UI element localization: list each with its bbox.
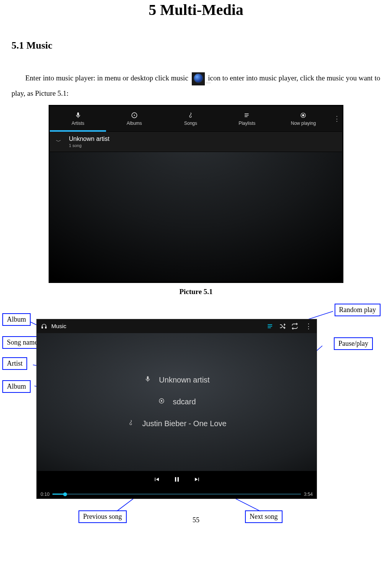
svg-point-21 xyxy=(161,401,162,402)
svg-rect-19 xyxy=(268,327,271,328)
note-icon xyxy=(127,419,135,428)
queue-button[interactable] xyxy=(266,322,274,330)
next-button[interactable] xyxy=(194,476,201,484)
song-line: Justin Bieber - One Love xyxy=(127,419,226,428)
callout-random-play: Random play xyxy=(335,304,381,316)
disc-icon xyxy=(157,397,166,406)
artist-line: Unknown artist xyxy=(144,376,209,384)
svg-rect-2 xyxy=(245,113,249,114)
total-time: 3:54 xyxy=(304,492,313,497)
mic-icon xyxy=(74,111,82,119)
tab-label: Playlists xyxy=(238,121,255,126)
overflow-menu-button[interactable]: ⋮ xyxy=(332,106,342,131)
playback-controls xyxy=(37,471,317,489)
screenshot-now-playing-annotated: Album Song name Artist Album Random play… xyxy=(11,307,381,522)
svg-rect-22 xyxy=(175,477,176,482)
intro-paragraph: Enter into music player: in menu or desk… xyxy=(11,70,381,101)
para1-prefix: Enter into music player: in menu or desk… xyxy=(25,74,190,82)
callout-album-art: Album xyxy=(2,313,31,326)
headphones-icon xyxy=(41,323,47,330)
tab-label: Songs xyxy=(184,121,197,126)
svg-rect-3 xyxy=(245,115,249,116)
section-title: 5.1 Music xyxy=(11,40,381,51)
tab-label: Artists xyxy=(72,121,84,126)
speaker-icon xyxy=(299,111,307,119)
svg-rect-17 xyxy=(268,324,272,325)
music-app-icon xyxy=(192,72,205,85)
screenshot-music-library: Artists Albums Songs Playlists xyxy=(49,105,343,283)
repeat-button[interactable] xyxy=(291,322,299,330)
expand-chevron-icon: ﹀ xyxy=(56,138,64,145)
tab-label: Albums xyxy=(127,121,142,126)
list-icon xyxy=(243,111,251,119)
overflow-menu-button[interactable]: ⋮ xyxy=(304,322,313,330)
tab-playlists[interactable]: Playlists xyxy=(219,106,275,131)
artist-song-count: 1 song xyxy=(69,143,109,148)
svg-rect-18 xyxy=(268,326,272,327)
kebab-icon: ⋮ xyxy=(333,114,340,123)
song-text: Justin Bieber - One Love xyxy=(142,419,226,428)
mic-icon xyxy=(144,376,152,384)
play-pause-button[interactable] xyxy=(173,476,181,485)
svg-rect-15 xyxy=(42,327,43,328)
elapsed-time: 0:10 xyxy=(41,492,49,497)
callout-artist: Artist xyxy=(2,357,27,370)
callout-pause-play: Pause/play xyxy=(334,337,373,350)
page-number: 55 xyxy=(0,516,392,524)
svg-rect-16 xyxy=(45,327,46,328)
tab-songs[interactable]: Songs xyxy=(162,106,219,131)
screenshot-now-playing: Music ⋮ Unknown artist xyxy=(36,319,317,499)
tab-albums[interactable]: Albums xyxy=(106,106,162,131)
svg-point-1 xyxy=(134,114,135,116)
player-topbar: Music ⋮ xyxy=(37,319,317,333)
previous-button[interactable] xyxy=(153,476,160,484)
album-text: sdcard xyxy=(173,397,196,406)
svg-rect-23 xyxy=(177,477,178,482)
album-line: sdcard xyxy=(157,397,196,406)
tab-bar: Artists Albums Songs Playlists xyxy=(50,106,342,132)
seek-bar[interactable] xyxy=(52,494,301,495)
chapter-title: 5 Multi-Media xyxy=(11,1,381,19)
tab-now-playing[interactable]: Now playing xyxy=(275,106,332,131)
treble-clef-icon xyxy=(187,111,194,119)
svg-point-6 xyxy=(302,114,304,116)
artist-text: Unknown artist xyxy=(159,376,209,384)
player-app-title: Music xyxy=(51,323,66,329)
now-playing-cover: Unknown artist sdcard Justin Bieber - On… xyxy=(37,333,317,471)
svg-rect-4 xyxy=(245,116,248,117)
callout-album: Album xyxy=(2,380,31,393)
artist-row[interactable]: ﹀ Unknown artist 1 song xyxy=(50,132,342,152)
library-list: ﹀ Unknown artist 1 song xyxy=(50,132,342,282)
tab-artists[interactable]: Artists xyxy=(50,106,106,131)
disc-icon xyxy=(131,111,138,119)
artist-name: Unknown artist xyxy=(69,136,109,142)
figure-caption-1: Picture 5.1 xyxy=(11,288,381,296)
progress-bar-row: 0:10 3:54 xyxy=(37,489,317,499)
tab-label: Now playing xyxy=(291,121,316,126)
shuffle-button[interactable] xyxy=(278,322,287,330)
